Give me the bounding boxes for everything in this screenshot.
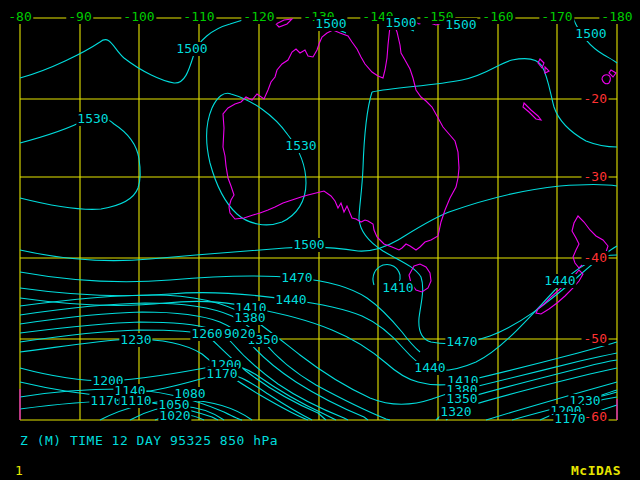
contour-label-1170: 1170 (205, 367, 238, 381)
status-bar: Z (M) TIME 12 DAY 95325 850 hPa (20, 433, 278, 448)
contour-label-1110: 1110 (119, 394, 152, 408)
contour-label-1320: 1320 (439, 405, 472, 419)
contour-label-1500: 1500 (384, 16, 417, 30)
lat-label--40: -40 (582, 251, 609, 265)
contour-label-1260: 1260 (190, 327, 223, 341)
lat-label--30: -30 (582, 170, 609, 184)
map-label-layer: -80-90-100-110-120-130-140-150-160-170-1… (0, 0, 640, 480)
contour-label-1470: 1470 (280, 271, 313, 285)
lon-label--110: -110 (181, 10, 216, 24)
lon-label--100: -100 (121, 10, 156, 24)
contour-label-1500: 1500 (574, 27, 607, 41)
contour-label-1530: 1530 (76, 112, 109, 126)
contour-label-1500: 1500 (444, 18, 477, 32)
mcidas-logo: McIDAS (571, 463, 621, 478)
contour-label-1440: 1440 (543, 274, 576, 288)
contour-label-1380: 1380 (233, 311, 266, 325)
frame-number: 1 (15, 463, 23, 478)
contour-label-1500: 1500 (175, 42, 208, 56)
lon-label--180: -180 (599, 10, 634, 24)
contour-label-1500: 1500 (292, 238, 325, 252)
lat-label--50: -50 (582, 332, 609, 346)
lat-label--20: -20 (582, 92, 609, 106)
lon-label--170: -170 (539, 10, 574, 24)
mcidas-image-window: -80-90-100-110-120-130-140-150-160-170-1… (0, 0, 640, 480)
lon-label--160: -160 (480, 10, 515, 24)
contour-label-1410: 1410 (381, 281, 414, 295)
contour-label-1020: 1020 (158, 409, 191, 423)
contour-label-1440: 1440 (413, 361, 446, 375)
contour-label-1470: 1470 (445, 335, 478, 349)
contour-label-1500: 1500 (314, 17, 347, 31)
contour-label-1440: 1440 (274, 293, 307, 307)
contour-label-1170: 1170 (553, 412, 586, 426)
lon-label--80: -80 (6, 10, 33, 24)
lon-label--90: -90 (66, 10, 93, 24)
contour-label-1230: 1230 (119, 333, 152, 347)
lon-label--120: -120 (241, 10, 276, 24)
contour-label-1530: 1530 (284, 139, 317, 153)
